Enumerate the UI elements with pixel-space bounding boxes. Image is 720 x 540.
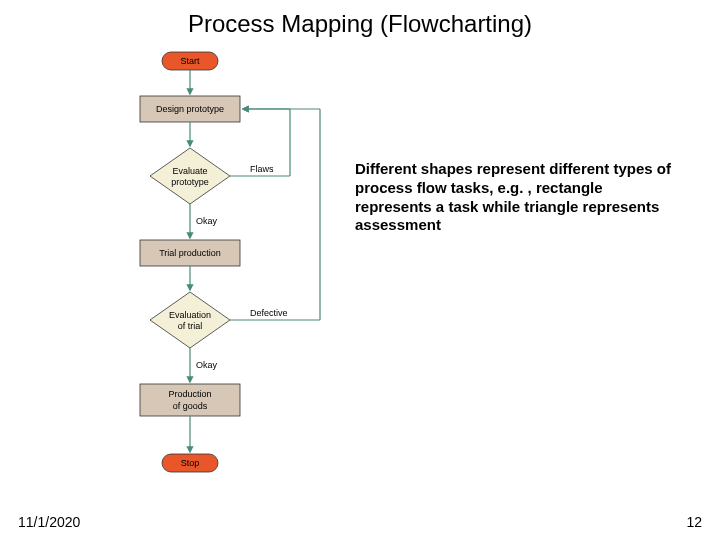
- evaluate-prototype-node: Evaluate prototype: [150, 148, 230, 204]
- flowchart-svg: Start Design prototype Evaluate prototyp…: [120, 48, 360, 503]
- footer-date: 11/1/2020: [18, 514, 80, 530]
- eval2-line2: of trial: [178, 321, 203, 331]
- evaluation-of-trial-node: Evaluation of trial: [150, 292, 230, 348]
- trial-production-node: Trial production: [140, 240, 240, 266]
- start-label: Start: [180, 56, 200, 66]
- footer-page-number: 12: [686, 514, 702, 530]
- svg-marker-2: [150, 148, 230, 204]
- eval1-down-label: Okay: [196, 216, 218, 226]
- eval2-down-label: Okay: [196, 360, 218, 370]
- page-title: Process Mapping (Flowcharting): [0, 10, 720, 38]
- production-label-l1: Production: [168, 389, 211, 399]
- stop-node: Stop: [162, 454, 218, 472]
- trial-production-label: Trial production: [159, 248, 221, 258]
- eval2-line1: Evaluation: [169, 310, 211, 320]
- eval1-line2: prototype: [171, 177, 209, 187]
- production-node: Production of goods: [140, 384, 240, 416]
- eval1-right-label: Flaws: [250, 164, 274, 174]
- start-node: Start: [162, 52, 218, 70]
- description-text: Different shapes represent different typ…: [355, 160, 675, 235]
- design-prototype-label: Design prototype: [156, 104, 224, 114]
- flowchart: Start Design prototype Evaluate prototyp…: [120, 48, 360, 503]
- production-label-l2: of goods: [173, 401, 208, 411]
- svg-marker-4: [150, 292, 230, 348]
- design-prototype-node: Design prototype: [140, 96, 240, 122]
- slide: Process Mapping (Flowcharting) Different…: [0, 0, 720, 540]
- eval2-right-label: Defective: [250, 308, 288, 318]
- eval1-line1: Evaluate: [172, 166, 207, 176]
- stop-label: Stop: [181, 458, 200, 468]
